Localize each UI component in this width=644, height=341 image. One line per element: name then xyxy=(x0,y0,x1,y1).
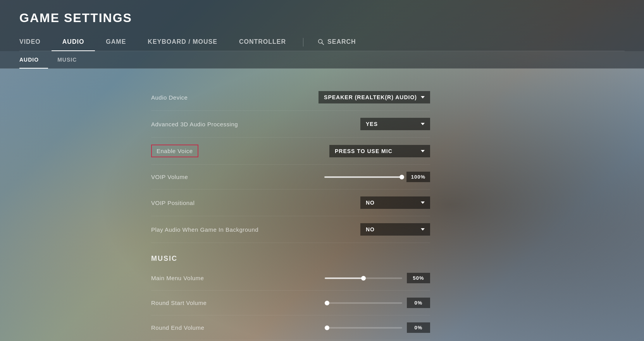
chevron-down-icon xyxy=(421,96,425,98)
voip-volume-control: 100% xyxy=(324,172,430,182)
audio-device-label: Audio Device xyxy=(151,94,188,101)
main-menu-volume-value: 50% xyxy=(407,273,430,283)
background-audio-value: NO xyxy=(366,226,375,232)
tab-game[interactable]: Game xyxy=(95,34,137,51)
3d-audio-label: Advanced 3D Audio Processing xyxy=(151,121,238,127)
content-area: Audio Device SPEAKER (REALTEK(R) AUDIO) … xyxy=(132,69,449,341)
3d-audio-value: YES xyxy=(366,121,378,127)
settings-row-round-end-volume: Round End Volume 0% xyxy=(151,315,430,340)
voip-volume-track[interactable] xyxy=(324,176,402,178)
main-menu-volume-control: 50% xyxy=(325,273,430,283)
tab-video[interactable]: Video xyxy=(19,34,52,51)
round-end-volume-track[interactable] xyxy=(325,327,402,329)
audio-device-value: SPEAKER (REALTEK(R) AUDIO) xyxy=(324,94,417,100)
settings-row-audio-device: Audio Device SPEAKER (REALTEK(R) AUDIO) xyxy=(151,84,430,111)
round-start-volume-thumb xyxy=(325,301,329,305)
voip-positional-dropdown[interactable]: NO xyxy=(360,196,430,209)
tab-controller[interactable]: Controller xyxy=(228,34,297,51)
sub-tab-music[interactable]: Music xyxy=(57,51,86,68)
settings-row-voip-volume: VOIP Volume 100% xyxy=(151,165,430,189)
voip-volume-label: VOIP Volume xyxy=(151,174,188,180)
header: GAME SETTINGS Video Audio Game Keyboard … xyxy=(0,0,644,51)
round-end-volume-label: Round End Volume xyxy=(151,324,204,331)
settings-row-enable-voice: Enable Voice PRESS TO USE MIC xyxy=(151,138,430,165)
background-audio-control: NO xyxy=(360,223,430,236)
sub-nav: Audio Music xyxy=(0,51,644,69)
round-start-volume-control: 0% xyxy=(325,298,430,308)
voip-volume-fill xyxy=(324,176,402,178)
background-audio-dropdown[interactable]: NO xyxy=(360,223,430,236)
nav-tabs: Video Audio Game Keyboard / Mouse Contro… xyxy=(19,34,625,51)
round-end-volume-fill xyxy=(325,327,327,329)
chevron-down-icon xyxy=(421,228,425,231)
search-icon xyxy=(317,38,324,45)
enable-voice-dropdown[interactable]: PRESS TO USE MIC xyxy=(329,145,430,157)
chevron-down-icon xyxy=(421,123,425,125)
search-label: Search xyxy=(327,38,356,45)
round-end-volume-control: 0% xyxy=(325,322,430,333)
settings-row-round-start-volume: Round Start Volume 0% xyxy=(151,291,430,315)
tab-keyboard-mouse[interactable]: Keyboard / Mouse xyxy=(137,34,228,51)
main-menu-volume-label: Main Menu Volume xyxy=(151,275,204,281)
settings-row-3d-audio: Advanced 3D Audio Processing YES xyxy=(151,111,430,138)
voip-volume-thumb xyxy=(399,175,404,179)
voip-positional-control: NO xyxy=(360,196,430,209)
main-menu-volume-track[interactable] xyxy=(325,277,402,279)
search-tab[interactable]: Search xyxy=(310,34,364,51)
main-menu-volume-thumb xyxy=(361,276,366,281)
round-end-volume-thumb xyxy=(325,326,329,330)
tab-audio[interactable]: Audio xyxy=(52,34,95,51)
background-audio-label: Play Audio When Game In Background xyxy=(151,226,258,233)
enable-voice-value: PRESS TO USE MIC xyxy=(335,148,393,154)
svg-line-1 xyxy=(322,43,324,45)
3d-audio-dropdown[interactable]: YES xyxy=(360,118,430,130)
chevron-down-icon xyxy=(421,150,425,152)
round-start-volume-fill xyxy=(325,302,327,304)
voip-volume-value: 100% xyxy=(406,172,430,182)
round-start-volume-label: Round Start Volume xyxy=(151,300,207,306)
main-menu-volume-fill xyxy=(325,277,363,279)
round-start-volume-track[interactable] xyxy=(325,302,402,304)
audio-device-dropdown[interactable]: SPEAKER (REALTEK(R) AUDIO) xyxy=(319,91,430,103)
chevron-down-icon xyxy=(421,202,425,204)
round-end-volume-value: 0% xyxy=(407,322,430,333)
3d-audio-control: YES xyxy=(360,118,430,130)
sub-tab-audio[interactable]: Audio xyxy=(19,51,48,68)
settings-row-main-menu-volume: Main Menu Volume 50% xyxy=(151,266,430,291)
nav-divider xyxy=(303,38,303,46)
round-start-volume-value: 0% xyxy=(407,298,430,308)
settings-row-background-audio: Play Audio When Game In Background NO xyxy=(151,216,430,243)
enable-voice-label: Enable Voice xyxy=(151,145,198,157)
enable-voice-control: PRESS TO USE MIC xyxy=(329,145,430,157)
settings-row-voip-positional: VOIP Positional NO xyxy=(151,189,430,216)
music-section-label: Music xyxy=(151,255,430,263)
voip-positional-label: VOIP Positional xyxy=(151,200,195,206)
voip-positional-value: NO xyxy=(366,200,375,206)
page-title: GAME SETTINGS xyxy=(19,11,625,25)
audio-device-control: SPEAKER (REALTEK(R) AUDIO) xyxy=(319,91,430,103)
